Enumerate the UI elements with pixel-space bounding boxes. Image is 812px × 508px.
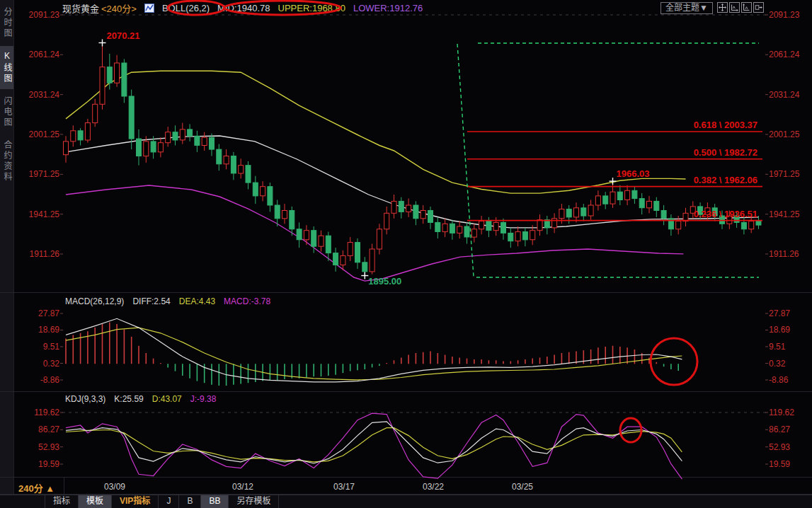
svg-text:1966.03: 1966.03	[617, 168, 650, 179]
svg-text:1895.00: 1895.00	[368, 276, 401, 287]
y-axis-label: 119.62	[16, 408, 59, 417]
shift-chart-right-icon[interactable]	[753, 2, 764, 13]
x-axis-scale-icon[interactable]	[729, 2, 740, 13]
indicator-label[interactable]: BOLL(26,2)	[162, 3, 210, 13]
y-axis-label: 18.69	[16, 325, 59, 335]
y-axis-label: 19.59	[16, 459, 59, 469]
y-axis-label: 2031.24	[16, 90, 59, 100]
toolbar-tab-B[interactable]: B	[179, 495, 201, 508]
sidebar-tab-K线图[interactable]: K线图	[0, 46, 13, 89]
svg-text:0.382 \ 1962.06: 0.382 \ 1962.06	[694, 175, 757, 185]
chart-type-icon[interactable]	[144, 4, 154, 13]
y-axis-label: 2091.23	[16, 10, 59, 20]
kdj-k-value: K:25.59	[114, 394, 143, 404]
y-axis-label: 2091.23	[769, 10, 799, 20]
toolbar-tab-模板[interactable]: 模板	[79, 495, 112, 508]
y-axis-label: 2061.24	[16, 50, 59, 59]
pan-move-icon[interactable]	[717, 2, 728, 13]
macd-title[interactable]: MACD(26,12,9)	[65, 296, 124, 306]
y-axis-label: 9.51	[16, 342, 59, 352]
y-axis-label: 52.93	[769, 442, 790, 452]
pane-separator	[0, 391, 812, 392]
y-axis-label: 119.62	[769, 408, 794, 417]
toolbar-tab-另存模板[interactable]: 另存模板	[229, 495, 279, 508]
x-axis-date-label: 03/22	[423, 482, 444, 492]
y-axis-label: 2031.24	[769, 90, 799, 100]
y-axis-label: 86.27	[16, 425, 59, 434]
period-tag[interactable]: <240分>	[101, 1, 137, 15]
sidebar-tab-分时图[interactable]: 分时图	[0, 2, 13, 44]
y-axis-label: 27.87	[16, 308, 59, 318]
macd-value: MACD:-3.78	[224, 296, 270, 306]
boll-lower-value: LOWER:1912.76	[353, 3, 423, 13]
y-axis-label: 2061.24	[769, 50, 799, 59]
kdj-panel-header: KDJ(9,3,3) K:25.59 D:43.07 J:-9.38	[65, 394, 216, 404]
y-axis-label: 18.69	[769, 325, 790, 335]
y-axis-label: 1911.26	[16, 249, 59, 259]
toolbar-tab-BB[interactable]: BB	[201, 495, 229, 508]
timeframe-selector[interactable]: 240分 ▲	[18, 481, 55, 495]
bottom-toolbar: 指标模板VIP指标JBBB另存模板	[0, 495, 812, 508]
y-axis-label: 0.32	[769, 359, 785, 369]
axis-row-divider	[64, 478, 64, 494]
boll-upper-value: UPPER:1968.80	[278, 3, 345, 13]
kdj-j-value: J:-9.38	[190, 394, 217, 404]
x-axis-date-label: 03/09	[104, 482, 125, 492]
x-axis-date-label: 03/25	[512, 482, 533, 492]
chart-canvas[interactable]: 0.618 \ 2003.370.500 \ 1982.720.382 \ 19…	[0, 0, 812, 508]
toolbar-tab-VIP指标[interactable]: VIP指标	[112, 495, 159, 508]
x-axis-date-label: 03/17	[333, 482, 355, 492]
svg-text:0.500 \ 1982.72: 0.500 \ 1982.72	[694, 147, 757, 158]
boll-mid-value: MID:1940.78	[217, 3, 270, 13]
left-sidebar: 分时图K线图闪电图合约资料	[0, 0, 14, 495]
chart-header: 现货黄金 <240分> BOLL(26,2) MID:1940.78 UPPER…	[62, 2, 423, 13]
pane-separator	[0, 292, 812, 293]
y-axis-label: 1941.25	[16, 209, 59, 219]
y-axis-label: 1941.25	[769, 209, 799, 219]
y-axis-label: 1971.25	[769, 169, 799, 179]
svg-text:0.236 \ 1936.51: 0.236 \ 1936.51	[694, 209, 757, 219]
svg-text:2070.21: 2070.21	[107, 30, 140, 41]
y-axis-label: 19.59	[769, 459, 790, 469]
y-axis-label: 52.93	[16, 442, 59, 452]
y-axis-label: 2001.25	[769, 129, 799, 139]
y-axis-label: -8.86	[16, 375, 59, 385]
themes-dropdown[interactable]: 全部主题▼	[661, 2, 713, 14]
y-axis-label: 27.87	[769, 308, 790, 318]
y-axis-label: 9.51	[769, 342, 785, 352]
symbol-name: 现货黄金	[62, 1, 99, 15]
x-axis-date-label: 03/12	[232, 482, 253, 492]
kdj-title[interactable]: KDJ(9,3,3)	[65, 394, 105, 404]
kdj-d-value: D:43.07	[152, 394, 182, 404]
sidebar-tab-合约资料[interactable]: 合约资料	[0, 135, 13, 187]
toolbar-tab-指标[interactable]: 指标	[45, 495, 79, 508]
y-axis-label: 1911.26	[769, 249, 799, 259]
macd-diff-value: DIFF:2.54	[132, 296, 170, 306]
y-axis-label: 2001.25	[16, 129, 59, 139]
macd-panel-header: MACD(26,12,9) DIFF:2.54 DEA:4.43 MACD:-3…	[65, 296, 270, 306]
macd-dea-value: DEA:4.43	[179, 296, 215, 306]
trading-app-window: 分时图K线图闪电图合约资料 现货黄金 <240分> BOLL(26,2) MID…	[0, 0, 812, 508]
y-axis-label: 0.32	[16, 359, 59, 369]
y-axis-label: 86.27	[769, 425, 790, 434]
pane-separator	[0, 477, 812, 478]
sidebar-tab-闪电图[interactable]: 闪电图	[0, 91, 13, 133]
y-axis-scale-icon[interactable]	[741, 2, 752, 13]
toolbar-tab-J[interactable]: J	[159, 495, 179, 508]
y-axis-label: 1971.25	[16, 169, 59, 179]
svg-text:0.618 \ 2003.37: 0.618 \ 2003.37	[694, 120, 757, 130]
y-axis-label: -8.86	[769, 375, 788, 385]
